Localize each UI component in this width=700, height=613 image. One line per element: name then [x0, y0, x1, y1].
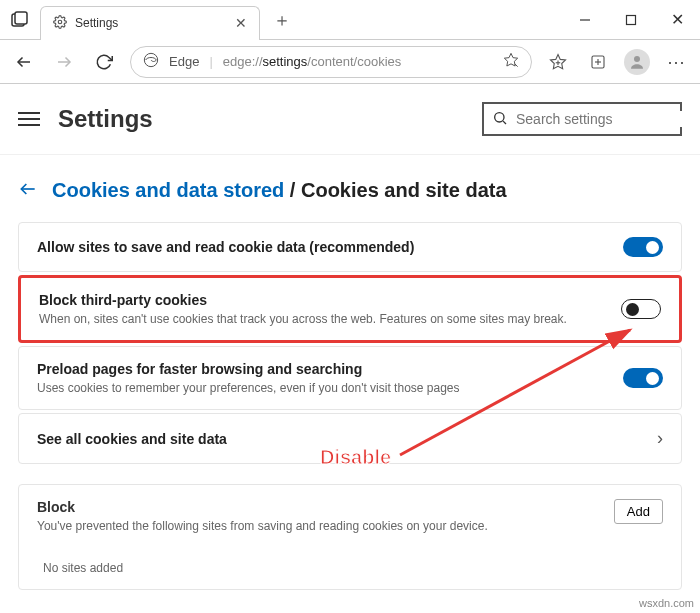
block-empty-state: No sites added [19, 547, 681, 589]
site-identity-label: Edge [169, 54, 199, 69]
row-title: Allow sites to save and read cookie data… [37, 239, 611, 255]
new-tab-button[interactable]: ＋ [266, 4, 298, 36]
close-window-button[interactable]: ✕ [654, 0, 700, 40]
address-separator: | [209, 54, 212, 69]
maximize-button[interactable] [608, 0, 654, 40]
row-allow-cookies: Allow sites to save and read cookie data… [18, 222, 682, 272]
svg-rect-4 [627, 15, 636, 24]
row-title: Block third-party cookies [39, 292, 609, 308]
row-title: Preload pages for faster browsing and se… [37, 361, 611, 377]
browser-toolbar: Edge | edge://settings/content/cookies ⋯ [0, 40, 700, 84]
toggle-block-third-party[interactable] [621, 299, 661, 319]
row-block-third-party: Block third-party cookies When on, sites… [18, 275, 682, 343]
search-icon [492, 110, 508, 129]
breadcrumb: Cookies and data stored / Cookies and si… [52, 179, 507, 202]
favorite-star-icon[interactable] [503, 52, 519, 71]
settings-search-box[interactable] [482, 102, 682, 136]
breadcrumb-back-icon[interactable] [18, 179, 38, 202]
tab-title: Settings [75, 16, 227, 30]
toggle-preload-pages[interactable] [623, 368, 663, 388]
breadcrumb-separator: / [290, 179, 296, 201]
watermark: wsxdn.com [639, 597, 694, 609]
back-button[interactable] [10, 48, 38, 76]
row-preload-pages: Preload pages for faster browsing and se… [18, 346, 682, 410]
block-section: Block You've prevented the following sit… [18, 484, 682, 590]
url-text: edge://settings/content/cookies [223, 54, 402, 69]
toggle-allow-cookies[interactable] [623, 237, 663, 257]
annotation-label: Disable [320, 446, 391, 469]
more-menu-icon[interactable]: ⋯ [662, 48, 690, 76]
breadcrumb-row: Cookies and data stored / Cookies and si… [18, 179, 682, 202]
svg-rect-1 [15, 12, 27, 24]
settings-rows: Allow sites to save and read cookie data… [18, 222, 682, 464]
row-description: Uses cookies to remember your preference… [37, 381, 611, 395]
block-title: Block [37, 499, 602, 515]
tab-actions-icon[interactable] [0, 0, 40, 40]
chevron-right-icon: › [657, 428, 663, 449]
favorites-icon[interactable] [544, 48, 572, 76]
page-title: Settings [58, 105, 153, 133]
minimize-button[interactable] [562, 0, 608, 40]
breadcrumb-current: Cookies and site data [301, 179, 507, 201]
row-title: See all cookies and site data [37, 431, 645, 447]
svg-point-2 [58, 20, 62, 24]
gear-icon [53, 15, 67, 32]
block-description: You've prevented the following sites fro… [37, 519, 602, 533]
row-description: When on, sites can't use cookies that tr… [39, 312, 609, 326]
svg-line-18 [503, 121, 506, 124]
settings-header: Settings [0, 84, 700, 155]
refresh-button[interactable] [90, 48, 118, 76]
search-input[interactable] [516, 111, 691, 127]
collections-icon[interactable] [584, 48, 612, 76]
browser-tab[interactable]: Settings ✕ [40, 6, 260, 40]
menu-icon[interactable] [18, 112, 40, 126]
window-controls: ✕ [562, 0, 700, 40]
breadcrumb-parent-link[interactable]: Cookies and data stored [52, 179, 284, 201]
close-tab-icon[interactable]: ✕ [235, 15, 247, 31]
address-bar[interactable]: Edge | edge://settings/content/cookies [130, 46, 532, 78]
profile-avatar[interactable] [624, 49, 650, 75]
edge-logo-icon [143, 52, 159, 71]
settings-content: Cookies and data stored / Cookies and si… [0, 155, 700, 590]
window-titlebar: Settings ✕ ＋ ✕ [0, 0, 700, 40]
svg-point-17 [495, 112, 504, 121]
svg-point-16 [634, 56, 640, 62]
forward-button[interactable] [50, 48, 78, 76]
add-site-button[interactable]: Add [614, 499, 663, 524]
